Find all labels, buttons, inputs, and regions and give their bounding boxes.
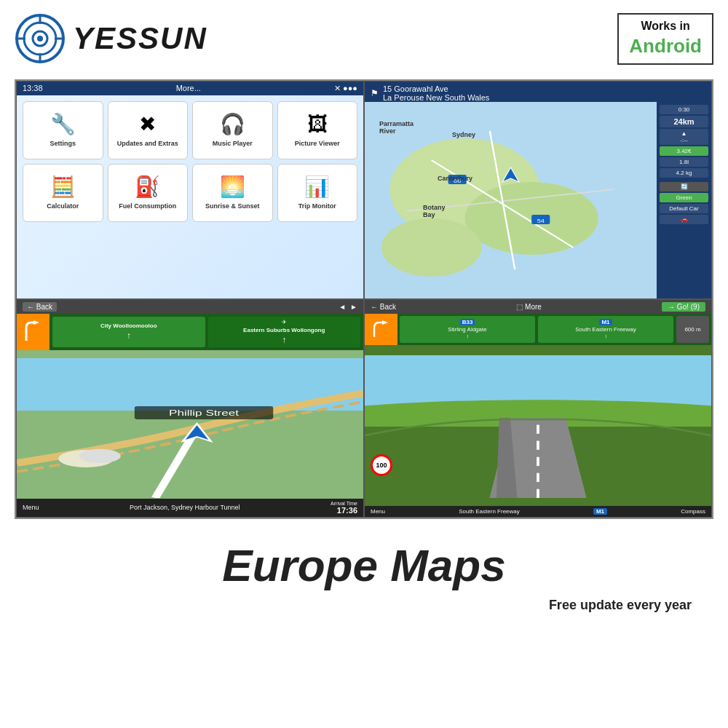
speed-limit-sign: 100 [371, 454, 392, 476]
fuel-label: Fuel Consumption [119, 202, 176, 210]
updates-icon: ✖ [139, 112, 156, 136]
eco-mode: Green [660, 193, 708, 202]
nav3d-road-badge: M1 [593, 508, 607, 515]
sunrise-icon: 🌅 [220, 175, 245, 199]
panel-nav-bottom-left: ← Back ◄ ► City Woolloomooloo ↑ [16, 299, 364, 518]
svg-text:54: 54 [537, 217, 545, 223]
panel-map-top: ⚑ 15 Goorawahl Ave La Perouse New South … [364, 81, 712, 299]
yessun-logo-icon [15, 13, 66, 64]
app-calculator[interactable]: 🧮 Calculator [23, 164, 103, 222]
europe-maps-title: Europe Maps [15, 541, 713, 590]
nav3d-street-1: B33 Stirling Aldgate ↑ [400, 316, 535, 343]
music-player-icon: 🎧 [220, 112, 245, 136]
nav-map-view: Phillip Street [17, 358, 363, 498]
status-title: More... [176, 84, 201, 92]
nav3d-back-button[interactable]: ← Back [371, 303, 396, 311]
nav-header: ← Back ◄ ► [17, 300, 363, 314]
nav-turn-icon [17, 314, 50, 350]
address-line2: La Perouse New South Wales [383, 93, 705, 102]
nav-back-button[interactable]: ← Back [23, 302, 57, 312]
address-line1: 15 Goorawahl Ave [383, 84, 705, 93]
nav3d-streets: B33 Stirling Aldgate ↑ M1 South Eastern … [397, 314, 711, 345]
map-address: 15 Goorawahl Ave La Perouse New South Wa… [383, 84, 705, 102]
svg-marker-20 [33, 320, 39, 325]
street-1-name: City Woolloomooloo [100, 323, 157, 329]
route-type: 🔄 [660, 182, 708, 191]
svg-text:Phillip Street: Phillip Street [169, 408, 239, 417]
airport-icon: ✈ [282, 319, 287, 325]
panel-app-menu: 13:38 More... ✕ ●●● 🔧 Settings ✖ Updates… [16, 81, 364, 299]
picture-viewer-icon: 🖼 [307, 112, 328, 136]
fuel-icon: ⛽ [135, 175, 160, 199]
nav3d-go-button[interactable]: → Go! (9) [662, 302, 705, 312]
app-picture-viewer[interactable]: 🖼 Picture Viewer [277, 101, 358, 159]
time-remaining: 0:30 [660, 105, 708, 114]
footer: Europe Maps Free update every year [0, 526, 728, 613]
nav3d-more-button[interactable]: ⬚ More [516, 303, 542, 311]
nav-street-1: City Woolloomooloo ↑ [52, 317, 205, 347]
free-update-text: Free update every year [15, 598, 713, 613]
screenshots-grid: 13:38 More... ✕ ●●● 🔧 Settings ✖ Updates… [16, 81, 712, 518]
settings-icon: 🔧 [50, 112, 76, 136]
app-sunrise[interactable]: 🌅 Sunrise & Sunset [192, 164, 273, 222]
nav-direction-banner: City Woolloomooloo ↑ ✈ Eastern Suburbs W… [17, 314, 363, 350]
svg-point-3 [37, 36, 43, 41]
nav3d-road-view: 100 [365, 355, 711, 498]
city-parramatta: ParramattaRiver [379, 120, 414, 135]
map-flag-icon: ⚑ [371, 88, 379, 98]
nav-streets: City Woolloomooloo ↑ ✈ Eastern Suburbs W… [50, 314, 363, 350]
distance-value: 600 m [684, 326, 700, 333]
street-1-badge: B33 [460, 319, 475, 325]
svg-point-11 [381, 218, 481, 277]
app-fuel[interactable]: ⛽ Fuel Consumption [108, 164, 189, 222]
road-type: ▲-:-- [660, 129, 708, 145]
street-2-name: Eastern Suburbs Wollongong [243, 327, 325, 333]
status-icons: ✕ ●●● [334, 84, 357, 93]
panel-3d-nav: ← Back ⬚ More → Go! (9) [364, 299, 712, 518]
settings-label: Settings [50, 140, 76, 148]
street-2-badge: M1 [599, 319, 612, 325]
street-1-name: Stirling Aldgate [448, 326, 486, 333]
calculator-label: Calculator [47, 202, 79, 210]
picture-viewer-label: Picture Viewer [295, 140, 340, 148]
app-updates[interactable]: ✖ Updates and Extras [108, 101, 189, 159]
nav3d-compass-label: Compass [681, 508, 705, 515]
nav3d-direction-banner: B33 Stirling Aldgate ↑ M1 South Eastern … [365, 314, 711, 345]
nav-location: Port Jackson, Sydney Harbour Tunnel [130, 504, 240, 511]
nav-bottom-bar: Menu Port Jackson, Sydney Harbour Tunnel… [17, 499, 363, 517]
music-player-label: Music Player [213, 140, 253, 148]
screenshot-container: 13:38 More... ✕ ●●● 🔧 Settings ✖ Updates… [15, 79, 713, 519]
arrival-time: 17:36 [331, 506, 357, 515]
street-1-arrow: ↑ [466, 333, 469, 340]
city-canterbury: Canterbury [438, 175, 472, 182]
app-trip-monitor[interactable]: 📊 Trip Monitor [277, 164, 358, 222]
vehicle-icon: 🚗 [660, 215, 708, 224]
arrival-info: Arrival Time 17:36 [331, 501, 357, 515]
trip-monitor-icon: 📊 [304, 175, 330, 199]
street-2-arrow: ↑ [604, 333, 607, 340]
nav3d-menu-button[interactable]: Menu [371, 508, 385, 515]
svg-point-24 [79, 448, 121, 462]
nav3d-distance: 600 m [676, 316, 709, 343]
trip-monitor-label: Trip Monitor [298, 202, 336, 210]
calculator-icon: 🧮 [50, 175, 76, 199]
nav3d-header: ← Back ⬚ More → Go! (9) [365, 300, 711, 314]
city-sydney: Sydney [452, 131, 475, 138]
co2-amount: 4.2 kg [660, 168, 708, 178]
updates-label: Updates and Extras [117, 140, 178, 148]
nav3d-road-name: South Eastern Freeway [459, 508, 520, 515]
map-body: 66 54 ParramattaRiver Sydney Canterbury … [365, 102, 657, 298]
nav3d-street-2: M1 South Eastern Freeway ↑ [538, 316, 673, 343]
arrival-label: Arrival Time [331, 501, 357, 506]
status-time: 13:38 [23, 84, 43, 92]
status-bar: 13:38 More... ✕ ●●● [17, 82, 363, 95]
fuel-amount: 1.8l [660, 157, 708, 167]
app-music-player[interactable]: 🎧 Music Player [192, 101, 273, 159]
header: YESSUN Works in Android [0, 0, 728, 72]
nav-prev-icon: ◄ [339, 303, 346, 311]
sunrise-label: Sunrise & Sunset [205, 202, 260, 210]
logo-text: YESSUN [73, 21, 207, 56]
nav-menu-button[interactable]: Menu [23, 504, 39, 511]
app-settings[interactable]: 🔧 Settings [23, 101, 103, 159]
android-label: Android [629, 34, 702, 59]
